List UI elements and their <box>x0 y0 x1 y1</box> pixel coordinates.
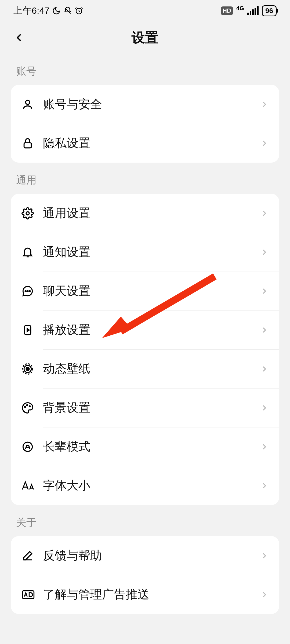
chevron-right-icon <box>260 482 269 490</box>
row-font-size[interactable]: 字体大小 <box>11 466 279 505</box>
chevron-right-icon <box>260 287 269 295</box>
row-label: 隐私设置 <box>43 135 260 151</box>
row-label: 动态壁纸 <box>43 361 260 377</box>
font-size-icon <box>21 480 43 492</box>
chevron-right-icon <box>260 443 269 451</box>
user-icon <box>21 98 43 111</box>
row-label: 播放设置 <box>43 322 260 338</box>
svg-point-1 <box>26 100 30 104</box>
general-card: 通用设置 通知设置 聊天设置 播放设置 动态壁纸 背景设置 <box>11 194 279 505</box>
row-label: 通用设置 <box>43 205 260 221</box>
svg-point-6 <box>29 291 30 292</box>
status-bar: 上午6:47 HD 4G 96 <box>0 0 290 21</box>
svg-marker-8 <box>27 328 29 332</box>
gear-icon <box>21 207 43 219</box>
svg-point-4 <box>25 291 26 292</box>
row-label: 长辈模式 <box>43 439 260 455</box>
section-header-about: 关于 <box>0 505 290 536</box>
chevron-right-icon <box>260 248 269 256</box>
row-privacy[interactable]: 隐私设置 <box>11 124 279 163</box>
svg-point-3 <box>26 212 29 215</box>
row-label: 字体大小 <box>43 478 260 493</box>
status-right: HD 4G 96 <box>221 5 277 17</box>
svg-point-14 <box>29 406 30 407</box>
row-general-settings[interactable]: 通用设置 <box>11 194 279 233</box>
play-device-icon <box>21 324 43 336</box>
row-label: 反馈与帮助 <box>43 548 260 564</box>
battery-indicator: 96 <box>262 5 277 16</box>
elder-mode-icon <box>21 441 43 453</box>
network-label: 4G <box>236 5 244 12</box>
row-label: 了解与管理广告推送 <box>43 587 260 602</box>
ad-icon <box>21 588 43 601</box>
bell-icon <box>21 246 43 258</box>
row-elder-mode[interactable]: 长辈模式 <box>11 427 279 466</box>
row-ad-management[interactable]: 了解与管理广告推送 <box>11 575 279 614</box>
section-header-general: 通用 <box>0 163 290 194</box>
chat-icon <box>21 285 43 297</box>
status-left: 上午6:47 <box>13 5 83 17</box>
nav-bar: 设置 <box>0 21 290 54</box>
chevron-left-icon <box>13 32 24 43</box>
row-notification[interactable]: 通知设置 <box>11 233 279 272</box>
row-playback[interactable]: 播放设置 <box>11 310 279 349</box>
palette-icon <box>21 402 43 414</box>
signal-icon <box>247 6 259 15</box>
row-live-wallpaper[interactable]: 动态壁纸 <box>11 349 279 388</box>
hd-badge: HD <box>221 6 233 15</box>
edit-icon <box>21 550 43 562</box>
chevron-right-icon <box>260 100 269 108</box>
chevron-right-icon <box>260 326 269 334</box>
live-wallpaper-icon <box>21 363 43 375</box>
row-account-security[interactable]: 账号与安全 <box>11 85 279 124</box>
chevron-right-icon <box>260 365 269 373</box>
row-label: 聊天设置 <box>43 283 260 299</box>
svg-point-9 <box>26 367 29 371</box>
chevron-right-icon <box>260 209 269 217</box>
moon-icon <box>52 6 61 15</box>
chevron-right-icon <box>260 591 269 599</box>
row-feedback[interactable]: 反馈与帮助 <box>11 536 279 575</box>
alarm-icon <box>75 6 83 15</box>
svg-point-13 <box>27 405 28 406</box>
row-background[interactable]: 背景设置 <box>11 388 279 427</box>
mute-icon <box>63 6 72 15</box>
section-header-account: 账号 <box>0 54 290 85</box>
page-title: 设置 <box>0 29 290 47</box>
row-chat[interactable]: 聊天设置 <box>11 272 279 310</box>
chevron-right-icon <box>260 404 269 412</box>
back-button[interactable] <box>11 30 27 46</box>
row-label: 背景设置 <box>43 400 260 416</box>
chevron-right-icon <box>260 552 269 560</box>
status-time: 上午6:47 <box>13 5 49 17</box>
svg-rect-2 <box>24 143 31 148</box>
chevron-right-icon <box>260 139 269 147</box>
svg-point-5 <box>27 291 28 292</box>
about-card: 反馈与帮助 了解与管理广告推送 <box>11 536 279 614</box>
row-label: 账号与安全 <box>43 96 260 112</box>
lock-icon <box>21 137 43 149</box>
row-label: 通知设置 <box>43 244 260 260</box>
svg-point-12 <box>25 406 26 407</box>
account-card: 账号与安全 隐私设置 <box>11 85 279 163</box>
